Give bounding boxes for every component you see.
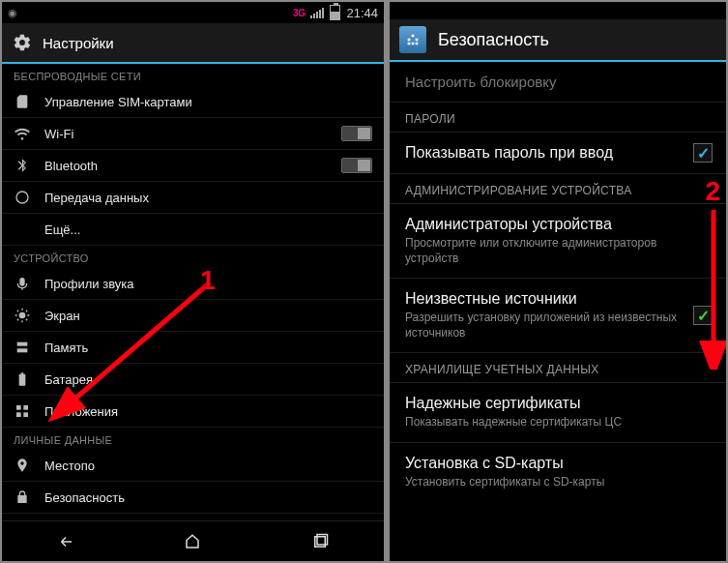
row-title: Надежные сертификаты <box>405 395 711 412</box>
row-show-password[interactable]: Показывать пароль при ввод <box>390 133 726 174</box>
svg-rect-5 <box>23 405 28 410</box>
row-label: Экран <box>44 309 80 323</box>
battery-icon <box>330 5 340 20</box>
row-title: Показывать пароль при ввод <box>405 144 711 162</box>
row-apps[interactable]: Приложения <box>2 396 384 428</box>
show-password-checkbox[interactable] <box>693 143 713 163</box>
annotation-label-1: 1 <box>200 265 216 296</box>
display-icon <box>14 307 31 324</box>
signal-icon <box>310 8 324 18</box>
section-passwords: ПАРОЛИ <box>390 103 726 133</box>
battery-icon-row <box>14 370 31 388</box>
section-wireless: БЕСПРОВОДНЫЕ СЕТИ <box>2 64 384 86</box>
app-header: Настройки <box>2 23 384 64</box>
annotation-label-2: 2 <box>705 176 720 207</box>
bluetooth-icon <box>14 157 31 174</box>
svg-rect-7 <box>23 412 28 417</box>
row-wifi[interactable]: Wi-Fi <box>2 118 384 150</box>
svg-rect-3 <box>17 348 28 352</box>
storage-icon <box>14 339 31 356</box>
row-install-sd[interactable]: Установка с SD-карты Установить сертифик… <box>390 443 726 502</box>
home-button[interactable] <box>173 528 212 555</box>
unknown-sources-checkbox[interactable] <box>693 306 713 325</box>
security-header-icon <box>399 26 426 53</box>
security-list[interactable]: Настроить блокировку ПАРОЛИ Показывать п… <box>390 62 726 561</box>
row-label: Управление SIM-картами <box>44 95 192 109</box>
row-label: Профили звука <box>44 277 134 291</box>
row-title: Администраторы устройства <box>405 216 711 233</box>
network-badge: 3G <box>293 8 305 18</box>
app-title: Настройки <box>43 35 114 51</box>
row-label: Батарея <box>44 372 93 387</box>
row-label: Передача данных <box>44 191 149 205</box>
recents-button[interactable] <box>301 528 339 555</box>
row-bluetooth[interactable]: Bluetooth <box>2 150 384 182</box>
row-label: Bluetooth <box>44 159 98 173</box>
wifi-toggle[interactable] <box>341 126 372 141</box>
gear-icon <box>12 32 33 53</box>
clock: 21:44 <box>346 6 378 20</box>
row-data[interactable]: Передача данных <box>2 182 384 214</box>
row-label: Приложения <box>44 404 118 419</box>
section-personal: ЛИЧНЫЕ ДАННЫЕ <box>2 428 384 450</box>
app-header: Безопасность <box>390 19 726 62</box>
row-label: Местопо <box>44 459 95 473</box>
sim-icon <box>14 93 31 110</box>
svg-rect-4 <box>16 405 21 410</box>
svg-point-1 <box>19 312 26 319</box>
row-subtitle: Установить сертификаты с SD-карты <box>405 475 711 490</box>
spacer-icon <box>14 221 31 238</box>
audio-icon <box>14 275 31 292</box>
row-label: Wi-Fi <box>44 127 73 141</box>
location-icon <box>14 457 31 474</box>
row-storage[interactable]: Память <box>2 332 384 364</box>
row-label: Ещё... <box>44 222 80 237</box>
data-icon <box>14 189 31 206</box>
row-location[interactable]: Местопо <box>2 450 384 482</box>
row-label: Безопасность <box>44 490 125 505</box>
svg-rect-6 <box>16 412 21 417</box>
row-more[interactable]: Ещё... <box>2 214 384 246</box>
status-bar <box>390 2 726 19</box>
row-subtitle: Просмотрите или отключите администраторо… <box>405 236 711 266</box>
row-display[interactable]: Экран <box>2 300 384 332</box>
status-bar: ◉ 3G 21:44 <box>2 2 384 23</box>
row-battery[interactable]: Батарея <box>2 364 384 396</box>
row-title: Неизвестные источники <box>405 290 711 308</box>
security-screen: Безопасность Настроить блокировку ПАРОЛИ… <box>390 2 726 561</box>
row-device-admins[interactable]: Администраторы устройства Просмотрите ил… <box>390 204 726 279</box>
row-security[interactable]: Безопасность <box>2 482 384 514</box>
row-label: Память <box>44 341 88 355</box>
row-subtitle: Разрешить установку приложений из неизве… <box>405 311 711 341</box>
svg-point-0 <box>16 192 28 203</box>
section-admin: АДМИНИСТРИРОВАНИЕ УСТРОЙСТВА <box>390 174 726 204</box>
section-device: УСТРОЙСТВО <box>2 246 384 268</box>
row-screenlock[interactable]: Настроить блокировку <box>390 62 726 103</box>
app-title: Безопасность <box>438 30 549 50</box>
row-subtitle: Показывать надежные сертификаты ЦС <box>405 415 711 430</box>
section-credentials: ХРАНИЛИЩЕ УЧЕТНЫХ ДАННЫХ <box>390 353 726 383</box>
navigation-bar <box>2 520 384 561</box>
apps-icon <box>14 402 31 420</box>
row-sim[interactable]: Управление SIM-картами <box>2 86 384 118</box>
back-button[interactable] <box>46 528 85 555</box>
row-unknown-sources[interactable]: Неизвестные источники Разрешить установк… <box>390 279 726 353</box>
row-trusted-certs[interactable]: Надежные сертификаты Показывать надежные… <box>390 383 726 443</box>
lock-icon <box>14 489 31 506</box>
bluetooth-toggle[interactable] <box>341 158 372 173</box>
radio-icon: ◉ <box>8 7 17 19</box>
wifi-icon <box>14 125 31 142</box>
row-title: Установка с SD-карты <box>405 455 711 472</box>
settings-screen: ◉ 3G 21:44 Настройки БЕСПРОВОДНЫЕ СЕТИ У… <box>2 2 384 561</box>
svg-rect-2 <box>17 342 28 346</box>
settings-list[interactable]: БЕСПРОВОДНЫЕ СЕТИ Управление SIM-картами… <box>2 64 384 520</box>
row-title: Настроить блокировку <box>405 74 711 90</box>
row-language[interactable]: Язык и ввод <box>2 514 384 520</box>
row-audio[interactable]: Профили звука <box>2 268 384 300</box>
